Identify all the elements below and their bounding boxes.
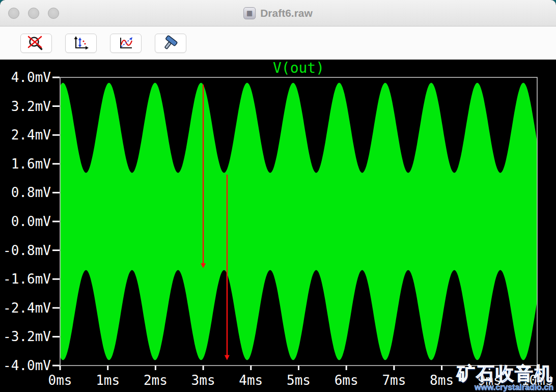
y-tick-label: -4.0mV: [3, 358, 51, 373]
x-tick-label: 0ms: [48, 373, 72, 388]
x-tick-label: 5ms: [287, 373, 311, 388]
x-tick-label: 7ms: [382, 373, 406, 388]
x-tick-label: 4ms: [239, 373, 263, 388]
traffic-lights: [0, 8, 59, 19]
magnifier-red-x-icon: [27, 35, 45, 51]
y-tick-label: 0.8mV: [11, 185, 51, 200]
x-tick-label: 3ms: [191, 373, 215, 388]
hammer-icon: [161, 35, 180, 51]
x-tick-label: 10ms: [521, 373, 553, 388]
waveform-canvas[interactable]: 4.0mV3.2mV2.4mV1.6mV0.8mV0.0mV-0.8mV-1.6…: [0, 60, 556, 392]
y-tick-label: -2.4mV: [3, 300, 51, 316]
y-tick-label: 0.0mV: [11, 214, 51, 229]
zoom-button[interactable]: [48, 8, 59, 19]
trace-label-vout[interactable]: V(out): [273, 60, 324, 76]
y-tick-label: -0.8mV: [3, 243, 51, 258]
y-tick-label: 3.2mV: [11, 99, 51, 114]
y-tick-label: 2.4mV: [11, 127, 51, 143]
document-icon: ▦: [243, 7, 256, 19]
window-title-group: ▦ Draft6.raw: [243, 7, 313, 19]
axes-curve-icon: [117, 35, 135, 51]
autorange-y-button[interactable]: [110, 34, 142, 53]
titlebar[interactable]: ▦ Draft6.raw: [0, 0, 556, 26]
window-title: Draft6.raw: [260, 7, 313, 19]
close-button[interactable]: [8, 8, 19, 19]
x-tick-label: 8ms: [430, 373, 454, 388]
trace-vout: [60, 83, 537, 360]
x-tick-label: 2ms: [144, 373, 168, 388]
axes-arrows-icon: [72, 35, 90, 51]
minimize-button[interactable]: [28, 8, 39, 19]
control-panel-button[interactable]: [155, 34, 186, 53]
x-tick-label: 9ms: [478, 373, 502, 388]
waveform-viewer-window: ▦ Draft6.raw: [0, 0, 556, 392]
plot-area: 4.0mV3.2mV2.4mV1.6mV0.8mV0.0mV-0.8mV-1.6…: [0, 60, 556, 392]
y-tick-label: -3.2mV: [3, 329, 51, 344]
x-tick-label: 1ms: [96, 373, 120, 388]
x-tick-label: 6ms: [335, 373, 358, 388]
toolbar: [0, 26, 556, 60]
cursor-arrowhead: [225, 355, 230, 360]
y-tick-label: -1.6mV: [3, 271, 51, 287]
zoom-back-button[interactable]: [20, 34, 52, 53]
y-tick-label: 1.6mV: [11, 156, 51, 172]
zoom-extents-button[interactable]: [65, 34, 97, 53]
y-tick-label: 4.0mV: [11, 70, 51, 85]
